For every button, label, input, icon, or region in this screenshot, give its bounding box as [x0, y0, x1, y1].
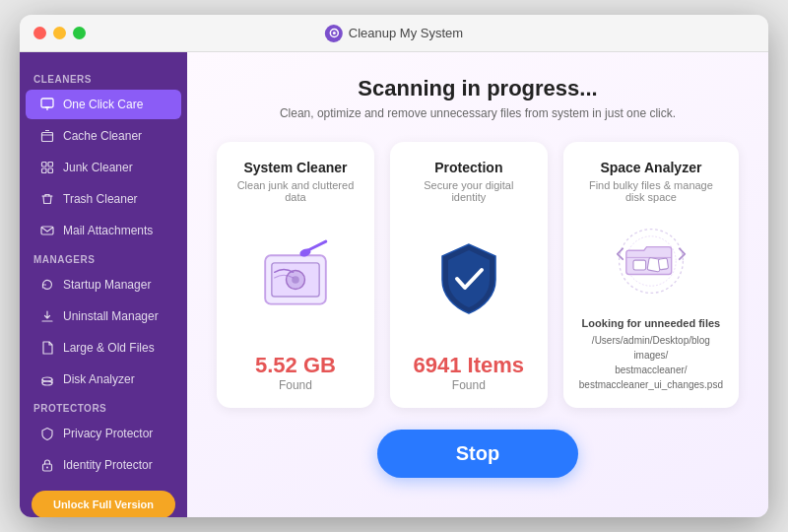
protection-illustration [425, 217, 513, 341]
sidebar-item-privacy-protector[interactable]: Privacy Protector [26, 419, 181, 448]
svg-rect-5 [42, 133, 53, 142]
sidebar-item-label: Privacy Protector [63, 427, 153, 440]
refresh-icon [39, 277, 55, 293]
monitor-icon [39, 97, 55, 112]
cleaner-illustration [251, 217, 340, 341]
space-analyzer-card: Space Analyzer Find bulky files & manage… [563, 142, 739, 408]
main-layout: Cleaners One Click Care Cache Cleaner Ju… [20, 52, 768, 517]
sidebar-item-uninstall-manager[interactable]: Uninstall Manager [26, 301, 181, 331]
sidebar-item-large-old-files[interactable]: Large & Old Files [26, 333, 181, 363]
grid-icon [39, 160, 55, 175]
page-subtitle: Clean, optimize and remove unnecessary f… [280, 106, 676, 120]
svg-line-22 [307, 241, 326, 250]
space-card-subtitle: Find bulky files & manage disk space [579, 179, 723, 203]
svg-point-17 [46, 467, 48, 469]
box-icon [39, 128, 55, 144]
cleaner-card-subtitle: Clean junk and cluttered data [232, 179, 359, 203]
space-illustration [607, 217, 695, 305]
svg-rect-26 [633, 260, 646, 270]
system-cleaner-card: System Cleaner Clean junk and cluttered … [217, 142, 374, 408]
sidebar-item-label: Cache Cleaner [63, 129, 142, 143]
sidebar-item-mail-attachments[interactable]: Mail Attachments [26, 216, 181, 245]
svg-point-14 [42, 381, 52, 385]
app-icon [325, 25, 343, 42]
sidebar-item-one-click-care[interactable]: One Click Care [26, 90, 181, 119]
sidebar-item-label: Identity Protector [63, 458, 153, 472]
protection-card-value: 6941 Items [414, 353, 525, 378]
sidebar-section-cleaners: Cleaners [20, 66, 187, 89]
sidebar-item-cache-cleaner[interactable]: Cache Cleaner [26, 121, 181, 151]
cleaner-card-value: 5.52 GB [255, 353, 336, 378]
svg-rect-2 [41, 99, 53, 107]
space-card-title: Space Analyzer [600, 160, 701, 175]
lock-icon [39, 457, 55, 473]
sidebar: Cleaners One Click Care Cache Cleaner Ju… [20, 52, 187, 517]
sidebar-bottom: Unlock Full Version [20, 481, 187, 517]
main-window: Cleanup My System Cleaners One Click Car… [20, 15, 768, 517]
svg-point-1 [332, 32, 335, 34]
shield-icon [39, 426, 55, 441]
svg-rect-10 [42, 168, 47, 173]
sidebar-item-disk-analyzer[interactable]: Disk Analyzer [26, 365, 181, 394]
sidebar-item-label: Large & Old Files [63, 341, 155, 355]
svg-point-15 [42, 377, 52, 381]
sidebar-item-label: Junk Cleaner [63, 161, 133, 174]
traffic-lights [33, 27, 86, 39]
mail-icon [39, 223, 55, 238]
title-bar: Cleanup My System [20, 15, 768, 52]
protection-card: Protection Secure your digital identity … [390, 142, 548, 408]
app-title: Cleanup My System [349, 26, 463, 40]
space-scanning-path: /Users/admin/Desktop/blog images/bestmac… [579, 333, 723, 392]
trash-icon [39, 191, 55, 207]
disk-icon [39, 371, 55, 387]
sidebar-section-protectors: Protectors [20, 395, 187, 418]
svg-rect-8 [42, 163, 47, 167]
page-title: Scanning in progress... [358, 76, 597, 101]
cards-row: System Cleaner Clean junk and cluttered … [217, 142, 739, 408]
cleaner-card-label: Found [279, 378, 312, 392]
sidebar-item-label: Trash Cleaner [63, 192, 138, 206]
sidebar-item-label: Disk Analyzer [63, 372, 135, 386]
stop-button[interactable]: Stop [377, 430, 578, 478]
unlock-button[interactable]: Unlock Full Version [32, 491, 175, 517]
protection-card-title: Protection [434, 160, 502, 175]
svg-rect-11 [48, 168, 53, 173]
minimize-button[interactable] [53, 27, 66, 39]
cleaner-card-title: System Cleaner [243, 160, 347, 175]
sidebar-item-trash-cleaner[interactable]: Trash Cleaner [26, 184, 181, 214]
sidebar-item-label: One Click Care [63, 98, 143, 111]
sidebar-item-label: Uninstall Manager [63, 309, 159, 323]
sidebar-item-junk-cleaner[interactable]: Junk Cleaner [26, 153, 181, 182]
app-title-area: Cleanup My System [325, 25, 463, 42]
sidebar-item-label: Mail Attachments [63, 224, 153, 237]
sidebar-item-identity-protector[interactable]: Identity Protector [26, 450, 181, 480]
main-content: Scanning in progress... Clean, optimize … [187, 52, 768, 517]
protection-card-label: Found [452, 378, 486, 392]
space-scanning-label: Looking for unneeded files [582, 317, 721, 329]
sidebar-item-startup-manager[interactable]: Startup Manager [26, 270, 181, 299]
file-icon [39, 340, 55, 356]
download-icon [39, 308, 55, 324]
protection-card-subtitle: Secure your digital identity [406, 179, 532, 203]
close-button[interactable] [33, 27, 46, 39]
svg-rect-28 [658, 258, 668, 270]
sidebar-item-label: Startup Manager [63, 278, 151, 292]
svg-rect-9 [48, 163, 53, 167]
sidebar-section-managers: Managers [20, 246, 187, 269]
maximize-button[interactable] [73, 27, 86, 39]
